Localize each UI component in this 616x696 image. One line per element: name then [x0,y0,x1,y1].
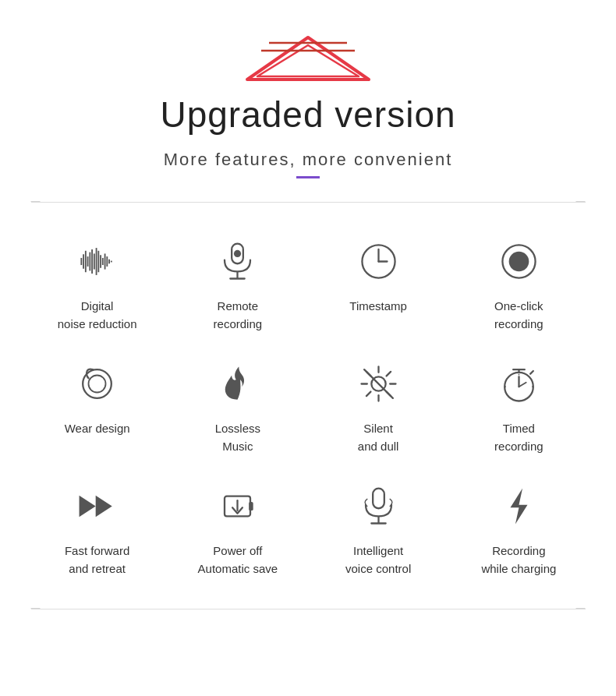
microphone-icon [211,234,265,288]
feature-label-silent-dull: Silentand dull [358,420,399,455]
svg-rect-54 [250,502,254,511]
feature-label-power-off-save: Power offAutomatic save [198,542,278,578]
wristband-icon [70,356,125,411]
feature-one-click-recording: One-clickrecording [452,234,585,333]
header-section: Upgraded version More features, more con… [0,0,616,194]
main-title: Upgraded version [160,94,455,136]
svg-point-29 [509,251,529,271]
feature-fast-forward: Fast forwardand retreat [31,479,164,578]
feature-label-digital-noise-reduction: Digitalnoise reduction [58,298,137,333]
svg-marker-59 [510,488,527,524]
feature-label-timed-recording: Timedrecording [494,420,543,455]
feature-label-lossless-music: LosslessMusic [215,420,260,455]
feature-label-intelligent-voice: Intelligentvoice control [345,542,411,578]
feature-label-recording-charging: Recordingwhile charging [481,542,556,578]
feature-timestamp: Timestamp [312,234,444,333]
feature-timed-recording: Timedrecording [452,356,585,455]
accent-line [296,176,320,178]
svg-line-40 [366,391,371,396]
fast-forward-icon [70,479,125,533]
record-button-icon [491,234,546,288]
feature-wear-design: Wear design [31,356,164,455]
feature-label-remote-recording: Remoterecording [214,298,263,333]
svg-rect-56 [373,488,384,508]
flame-icon [211,356,265,411]
feature-label-timestamp: Timestamp [349,298,407,316]
feature-recording-charging: Recordingwhile charging [452,479,585,578]
stopwatch-icon [491,356,546,411]
feature-label-wear-design: Wear design [65,420,130,438]
svg-point-24 [234,249,241,256]
waveform-icon [70,234,125,288]
feature-label-one-click-recording: One-clickrecording [494,298,543,333]
feature-power-off-save: Power offAutomatic save [172,479,304,578]
microphone2-icon [351,479,405,533]
svg-line-44 [519,382,526,387]
svg-marker-51 [80,495,96,517]
feature-silent-dull: Silentand dull [312,356,444,455]
bottom-divider [31,609,586,609]
svg-line-39 [386,371,391,376]
feature-digital-noise-reduction: Digitalnoise reduction [31,234,164,333]
feature-remote-recording: Remoterecording [172,234,304,333]
feature-lossless-music: LosslessMusic [172,356,304,455]
feature-label-fast-forward: Fast forwardand retreat [65,542,129,578]
feature-intelligent-voice: Intelligentvoice control [312,479,444,578]
svg-line-47 [530,371,533,374]
subtitle: More features, more convenient [164,150,453,170]
lightning-icon [491,479,546,533]
top-divider [31,202,586,203]
battery-save-icon [211,479,265,533]
features-grid: Digitalnoise reduction Remoterecording T… [31,226,586,601]
svg-point-31 [89,375,106,392]
logo-icon [238,31,378,86]
clock-icon [351,234,405,288]
light-crossed-icon [351,356,405,411]
svg-marker-52 [96,495,112,517]
